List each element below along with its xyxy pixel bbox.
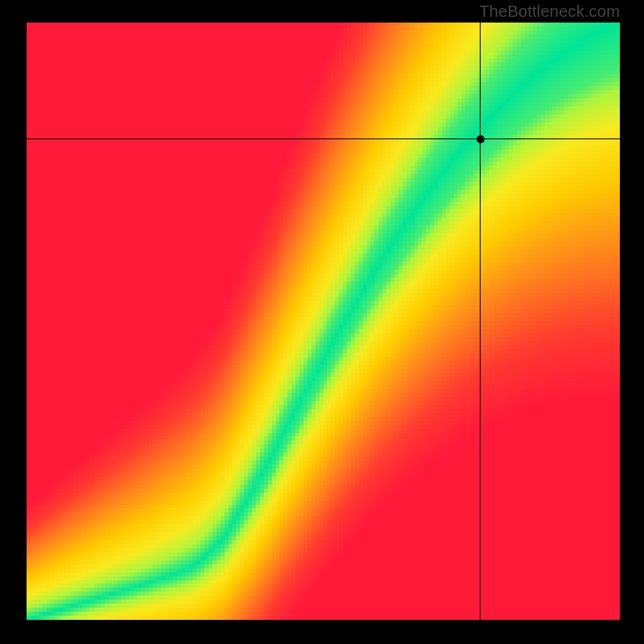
chart-frame: TheBottleneck.com	[0, 0, 644, 644]
heatmap-canvas	[27, 23, 620, 620]
crosshair-vertical	[480, 23, 481, 620]
crosshair-horizontal	[27, 138, 620, 139]
heatmap-plot	[27, 23, 620, 620]
marker-dot	[477, 135, 485, 143]
watermark-text: TheBottleneck.com	[479, 2, 620, 21]
